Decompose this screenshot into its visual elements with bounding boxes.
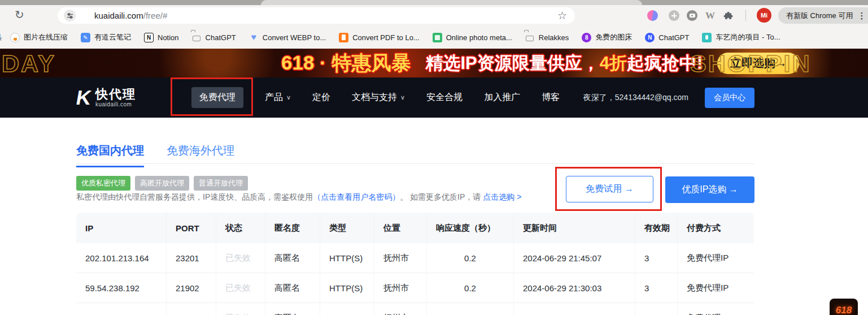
cell-speed: 0.2: [427, 243, 514, 273]
nav-item-pricing[interactable]: 定价: [312, 92, 330, 103]
bookmark-item[interactable]: Online photo meta...: [433, 33, 512, 42]
col-speed: 响应速度（秒）: [427, 213, 514, 243]
extension-brain-icon[interactable]: [647, 10, 658, 21]
site-nav: K 快代理 kuaidaili.com 免费代理 产品∨ 定价 文档与支持∨ 安…: [0, 77, 868, 118]
nav-item-docs[interactable]: 文档与支持∨: [352, 92, 405, 103]
extension-gray-icon[interactable]: [669, 10, 679, 21]
col-type: 类型: [320, 213, 374, 243]
table-row: 202.101.213.164 23201 已失效 高匿名 HTTP(S) 抚州…: [76, 243, 754, 273]
bookmark-label: ChatGPT: [658, 33, 689, 42]
bookmark-item[interactable]: 具: [0, 32, 2, 42]
brand-name: 快代理: [95, 88, 136, 101]
col-location: 位置: [374, 213, 427, 243]
col-port: PORT: [167, 213, 216, 243]
col-status: 状态: [216, 213, 265, 243]
col-payment: 付费方式: [678, 213, 754, 243]
bookmark-item[interactable]: ✎有道云笔记: [81, 32, 131, 42]
member-center-button[interactable]: 会员中心: [705, 88, 754, 108]
tag-premium-private[interactable]: 优质私密代理: [76, 176, 130, 191]
bookmark-label: 车艺尚的项目 - To...: [716, 32, 780, 42]
proxy-description: 私密代理由快代理自营服务器提供，IP速度快、品质高，需鉴权使用（点击查看用户名密…: [76, 192, 521, 202]
browser-tab-strip: [0, 0, 868, 5]
cell-ip: 202.101.213.164: [76, 243, 167, 273]
cell-updated: 2024-06-29 21:30:03: [514, 273, 635, 303]
cell-anonymity: 高匿名: [265, 273, 320, 303]
promo-618-badge[interactable]: 618: [830, 299, 858, 315]
table-row: 59.54.238.192 21902 已失效 高匿名 HTTP(S) 抚州市 …: [76, 273, 754, 303]
bookmark-item[interactable]: NChatGPT: [645, 33, 689, 42]
reload-icon[interactable]: ↻: [15, 8, 24, 21]
bookmark-folder[interactable]: Relakkes: [525, 33, 569, 42]
profile-avatar[interactable]: Mi: [757, 8, 771, 23]
cell-speed: [427, 303, 514, 315]
bookmark-item[interactable]: ♥Convert WEBP to...: [249, 33, 326, 42]
bookmark-item[interactable]: Convert PDF to Lo...: [339, 33, 420, 42]
bookmark-label: 图片在线压缩: [24, 32, 68, 42]
tag-anonymous-open[interactable]: 高匿开放代理: [135, 176, 189, 191]
col-ip: IP: [76, 213, 167, 243]
cell-type: HTTP(S): [320, 303, 374, 315]
tabs-divider: [76, 163, 754, 164]
bookmarks-bar: 具 图片在线压缩 ✎有道云笔记 NNotion ChatGPT ♥Convert…: [0, 26, 868, 49]
premium-ip-button[interactable]: 优质IP选购 →: [665, 176, 754, 203]
cell-ip: [76, 303, 167, 315]
cell-payment: 免费代理IP: [678, 243, 754, 273]
bookmark-item[interactable]: 8免费的图床: [582, 32, 632, 42]
youdao-favicon: ✎: [81, 33, 90, 42]
url-text[interactable]: kuaidaili.com/free/#: [94, 11, 167, 20]
free-trial-button[interactable]: 免费试用 →: [566, 176, 653, 202]
col-updated: 更新时间: [514, 213, 635, 243]
bookmark-item[interactable]: NNotion: [144, 33, 179, 42]
toolbar-divider: [745, 10, 746, 21]
todo-favicon: [702, 33, 712, 42]
bookmark-item[interactable]: 车艺尚的项目 - To...: [702, 32, 780, 42]
bookmark-star-icon[interactable]: ☆: [557, 9, 567, 22]
extension-camera-icon[interactable]: [687, 10, 697, 21]
tag-normal-open[interactable]: 普通开放代理: [194, 176, 248, 191]
proxy-type-tags: 优质私密代理 高匿开放代理 普通开放代理: [76, 176, 248, 191]
bookmark-label: Notion: [158, 33, 179, 42]
cell-port: 23201: [167, 243, 216, 273]
nav-item-blog[interactable]: 博客: [542, 92, 560, 103]
table-row: 已失效 高匿名 HTTP(S) 抚州市 免费代理IP: [76, 303, 754, 315]
nav-item-products[interactable]: 产品∨: [265, 92, 291, 103]
cell-updated: [514, 303, 635, 315]
cell-validity: 3: [635, 243, 678, 273]
buy-now-link[interactable]: 点击选购 >: [483, 192, 521, 201]
active-tab[interactable]: [261, 0, 642, 5]
cell-location: 抚州市: [374, 273, 427, 303]
bookmark-folder[interactable]: ChatGPT: [192, 33, 236, 42]
cell-status: 已失效: [216, 243, 265, 273]
cell-updated: 2024-06-29 21:45:07: [514, 243, 635, 273]
browser-toolbar: ↻ kuaidaili.com/free/# ☆ W Mi 有新版 Chrome…: [0, 5, 868, 26]
nav-item-affiliate[interactable]: 加入推广: [484, 92, 520, 103]
bookmark-label: Convert WEBP to...: [263, 33, 326, 42]
user-greeting: 夜深了，524134442@qq.com: [583, 93, 688, 103]
chrome-update-chip[interactable]: 有新版 Chrome 可用 ⋮: [778, 7, 868, 24]
cell-payment: 免费代理IP: [678, 303, 754, 315]
cell-validity: 3: [635, 273, 678, 303]
folder-icon: [193, 36, 200, 41]
site-info-icon[interactable]: [64, 10, 76, 21]
extension-wikipedia-icon[interactable]: W: [705, 10, 716, 21]
cell-status: 已失效: [216, 303, 265, 315]
pdf-favicon: [339, 33, 348, 42]
nav-item-free-proxy[interactable]: 免费代理: [191, 87, 243, 108]
cell-speed: 0.2: [427, 273, 514, 303]
cell-location: 抚州市: [374, 243, 427, 273]
nav-item-compliance[interactable]: 安全合规: [426, 92, 463, 103]
kuaidaili-logo[interactable]: K 快代理 kuaidaili.com: [76, 88, 136, 108]
cell-status: 已失效: [216, 273, 265, 303]
bookmark-label: Online photo meta...: [446, 33, 512, 42]
brand-domain: kuaidaili.com: [95, 101, 136, 107]
address-bar[interactable]: kuaidaili.com/free/# ☆: [58, 7, 575, 24]
cell-anonymity: 高匿名: [265, 243, 320, 273]
bookmark-label: ChatGPT: [206, 33, 236, 42]
bookmark-item[interactable]: 图片在线压缩: [10, 32, 68, 42]
extensions-puzzle-icon[interactable]: [723, 10, 734, 21]
view-credentials-link[interactable]: （点击查看用户名密码）: [313, 192, 400, 201]
cell-type: HTTP(S): [320, 273, 374, 303]
promo-banner[interactable]: DAY 618 · 特惠风暴 精选IP资源限量供应，4折起疯抢中! 立即选购→ …: [0, 49, 868, 77]
table-header-row: IP PORT 状态 匿名度 类型 位置 响应速度（秒） 更新时间 有效期 付费…: [76, 213, 754, 243]
menu-kebab-icon[interactable]: ⋮: [857, 11, 866, 21]
